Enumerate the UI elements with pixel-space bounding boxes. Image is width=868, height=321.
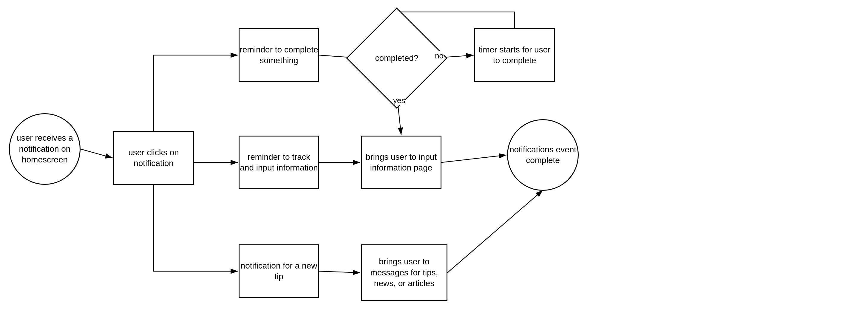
label-yes: yes — [393, 96, 405, 105]
label-no: no — [435, 51, 443, 61]
node-end: notifications event complete — [507, 119, 579, 191]
node-completed: completed? — [361, 22, 433, 94]
node-start-label: user receives a notification on homescre… — [10, 133, 80, 165]
node-click-label: user clicks on notification — [114, 147, 193, 169]
node-click: user clicks on notification — [113, 131, 194, 185]
node-notification-tip: notification for a new tip — [239, 245, 319, 298]
svg-line-8 — [319, 271, 360, 273]
node-reminder-track: reminder to track and input information — [239, 136, 319, 189]
node-reminder-complete: reminder to complete something — [239, 28, 319, 82]
node-messages-label: brings user to messages for tips, news, … — [362, 256, 446, 289]
node-input-page-label: brings user to input information page — [362, 152, 440, 173]
node-timer-label: timer starts for user to complete — [475, 44, 554, 66]
svg-line-1 — [81, 149, 113, 158]
node-notification-tip-label: notification for a new tip — [240, 260, 318, 282]
svg-line-7 — [441, 155, 506, 162]
node-reminder-track-label: reminder to track and input information — [240, 152, 318, 173]
node-timer: timer starts for user to complete — [474, 28, 555, 82]
node-input-page: brings user to input information page — [361, 136, 441, 189]
svg-line-9 — [447, 190, 543, 273]
node-completed-label: completed? — [361, 22, 433, 94]
diagram-container: user receives a notification on homescre… — [0, 0, 868, 321]
node-messages: brings user to messages for tips, news, … — [361, 245, 447, 301]
node-end-label: notifications event complete — [508, 144, 578, 166]
node-start: user receives a notification on homescre… — [9, 113, 81, 185]
node-reminder-complete-label: reminder to complete something — [240, 44, 318, 66]
